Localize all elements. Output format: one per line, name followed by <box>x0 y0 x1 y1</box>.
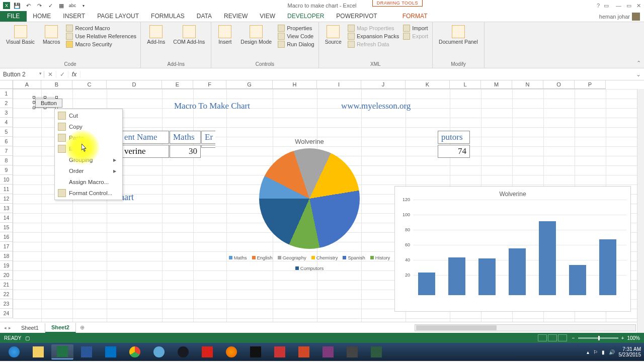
properties-button[interactable]: Properties <box>278 24 314 32</box>
qat-abc-icon[interactable]: abc <box>68 2 76 10</box>
word-icon[interactable] <box>75 344 98 359</box>
add-sheet-icon[interactable]: ⊕ <box>76 324 89 331</box>
chrome-icon[interactable] <box>124 344 146 359</box>
form-button[interactable]: Button <box>35 99 62 108</box>
onenote-icon[interactable] <box>317 344 339 359</box>
run-dialog-button[interactable]: Run Dialog <box>278 40 314 48</box>
qat-icon[interactable]: ▦ <box>57 2 65 10</box>
sheet-nav[interactable]: ◂▸ <box>0 325 15 330</box>
view-code-button[interactable]: View Code <box>278 32 314 40</box>
source-button[interactable]: Source <box>323 24 344 46</box>
close-icon[interactable]: ✕ <box>636 3 641 9</box>
browser-icon[interactable] <box>148 344 170 359</box>
relative-refs-button[interactable]: Use Relative References <box>66 32 136 40</box>
column-headers[interactable]: ABCDEFGHIJKLMNOP <box>13 80 606 89</box>
tab-developer[interactable]: DEVELOPER <box>281 11 330 22</box>
m-icon[interactable] <box>269 344 291 359</box>
tab-file[interactable]: FILE <box>0 11 27 22</box>
macro-security-button[interactable]: Macro Security <box>66 40 136 48</box>
import-button[interactable]: Import <box>403 24 428 32</box>
insert-control-button[interactable]: Insert <box>215 24 234 46</box>
pie-chart[interactable]: Wolverine MathsEnglishGeographyChemistry… <box>221 138 397 271</box>
map-properties-button[interactable]: Map Properties <box>348 24 399 32</box>
steam-icon[interactable] <box>172 344 194 359</box>
name-box[interactable]: Button 2 <box>0 71 44 78</box>
tab-powerpivot[interactable]: POWERPIVOT <box>330 11 383 22</box>
sheet-tab[interactable]: Sheet1 <box>15 323 45 332</box>
firefox-icon[interactable] <box>220 344 243 359</box>
menu-item[interactable]: Format Control... <box>56 188 121 199</box>
tab-insert[interactable]: INSERT <box>57 11 91 22</box>
select-all-corner[interactable] <box>0 80 13 89</box>
cancel-icon[interactable]: ✕ <box>44 71 56 78</box>
export-button[interactable]: Export <box>403 32 428 40</box>
view-buttons[interactable] <box>538 334 567 341</box>
ie-icon[interactable] <box>3 344 25 359</box>
table-header[interactable]: Maths <box>170 131 201 144</box>
account-name[interactable]: heman johar <box>595 11 644 22</box>
black-icon[interactable] <box>245 344 267 359</box>
menu-item[interactable]: Copy <box>56 121 121 132</box>
fx-icon[interactable]: fx <box>68 71 80 78</box>
vertical-scrollbar[interactable] <box>637 89 644 333</box>
horizontal-scrollbar[interactable] <box>415 324 636 331</box>
table-cell[interactable]: 74 <box>438 145 470 158</box>
record-icon[interactable]: ▢ <box>25 335 30 341</box>
visual-basic-button[interactable]: Visual Basic <box>4 24 37 46</box>
tab-page-layout[interactable]: PAGE LAYOUT <box>91 11 145 22</box>
system-tray[interactable]: ▴ ⚐ ▮ 🔊 7:31 AM5/23/2015 <box>587 346 641 357</box>
sheet-tab[interactable]: Sheet2 <box>45 323 76 333</box>
menu-item[interactable]: Grouping▶ <box>56 154 121 165</box>
bar-chart[interactable]: Wolverine 20406080100120 <box>394 186 631 312</box>
menu-item[interactable]: Cut <box>56 110 121 121</box>
undo-icon[interactable]: ↶ <box>24 2 32 10</box>
tab-view[interactable]: VIEW <box>254 11 281 22</box>
powerpoint-icon[interactable] <box>293 344 315 359</box>
refresh-data-button[interactable]: Refresh Data <box>348 40 399 48</box>
tab-review[interactable]: REVIEW <box>218 11 254 22</box>
expand-formula-icon[interactable]: ⌄ <box>633 71 644 78</box>
adobe-icon[interactable] <box>196 344 218 359</box>
qat-icon[interactable]: ✓ <box>46 2 54 10</box>
tab-format[interactable]: FORMAT <box>396 11 434 22</box>
menu-item[interactable]: Order▶ <box>56 165 121 176</box>
ribbon-options-icon[interactable]: ▭ <box>604 3 609 9</box>
menu-item[interactable]: Assign Macro... <box>56 176 121 188</box>
menu-item[interactable]: Edit Text <box>56 143 121 154</box>
document-panel-button[interactable]: Document Panel <box>437 24 480 46</box>
accept-icon[interactable]: ✓ <box>56 71 68 78</box>
app-icon[interactable] <box>365 344 387 359</box>
tab-formulas[interactable]: FORMULAS <box>145 11 191 22</box>
table-header[interactable]: putors <box>438 131 470 144</box>
outlook-icon[interactable] <box>100 344 122 359</box>
zoom-control[interactable]: −+100% <box>572 335 640 341</box>
table-cell[interactable]: verine <box>121 145 169 158</box>
record-macro-button[interactable]: Record Macro <box>66 24 136 32</box>
tab-home[interactable]: HOME <box>27 11 57 22</box>
menu-item[interactable]: Paste <box>56 132 121 143</box>
status-bar: READY ▢ −+100% <box>0 333 644 343</box>
com-addins-button[interactable]: COM Add-Ins <box>171 24 207 46</box>
restore-icon[interactable]: ▭ <box>626 3 631 9</box>
explorer-icon[interactable] <box>27 344 49 359</box>
redo-icon[interactable]: ↷ <box>35 2 43 10</box>
help-icon[interactable]: ? <box>597 3 600 9</box>
row-headers[interactable]: 123456789101112131415161718192021222324 <box>0 89 13 318</box>
addins-button[interactable]: Add-Ins <box>145 24 167 46</box>
table-header[interactable]: Er <box>201 131 215 144</box>
lock-icon[interactable] <box>341 344 363 359</box>
worksheet[interactable]: ABCDEFGHIJKLMNOP 12345678910111213141516… <box>0 80 644 322</box>
minimize-icon[interactable]: — <box>616 3 621 9</box>
table-header[interactable]: ent Name <box>121 131 169 144</box>
table-cell[interactable] <box>201 145 215 148</box>
macros-button[interactable]: Macros <box>41 24 62 46</box>
design-mode-button[interactable]: Design Mode <box>238 24 274 46</box>
qat-more-icon[interactable]: ▾ <box>79 2 88 10</box>
table-cell[interactable]: 30 <box>170 145 201 158</box>
save-icon[interactable]: 💾 <box>13 2 21 10</box>
clock: 7:31 AM5/23/2015 <box>619 346 641 357</box>
excel-icon[interactable] <box>51 344 73 359</box>
tab-data[interactable]: DATA <box>191 11 218 22</box>
collapse-ribbon-icon[interactable]: ⌃ <box>636 60 641 66</box>
expansion-packs-button[interactable]: Expansion Packs <box>348 32 399 40</box>
